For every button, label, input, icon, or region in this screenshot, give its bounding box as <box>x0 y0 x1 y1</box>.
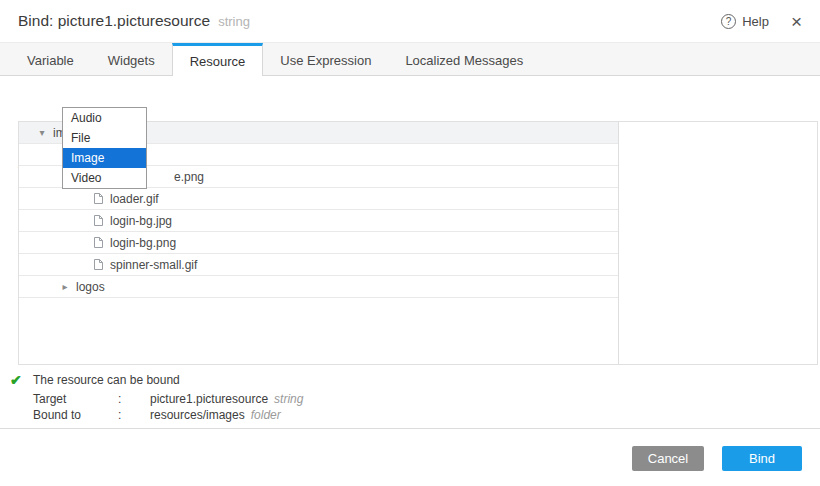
bind-dialog: Bind: picture1.picturesource string ? He… <box>0 0 820 486</box>
tree-row-label: e.png <box>174 170 204 184</box>
dialog-title-type-hint: string <box>218 14 250 29</box>
dropdown-option-audio[interactable]: Audio <box>63 108 146 128</box>
tab-resource[interactable]: Resource <box>172 43 264 76</box>
bound-to-value: resources/images <box>150 408 245 422</box>
bound-to-type: folder <box>251 408 281 422</box>
tree-row-label: spinner-small.gif <box>110 258 197 272</box>
tab-use-expression[interactable]: Use Expression <box>263 43 388 75</box>
check-icon: ✔ <box>10 372 33 388</box>
status-message: The resource can be bound <box>33 373 180 387</box>
tree-row-logos-folder[interactable]: ▸ logos <box>19 276 618 298</box>
dropdown-option-file[interactable]: File <box>63 128 146 148</box>
caret-right-icon[interactable]: ▸ <box>59 281 71 292</box>
tab-localized-messages[interactable]: Localized Messages <box>388 43 540 75</box>
help-icon: ? <box>721 14 736 29</box>
tree-row-login-bg-jpg[interactable]: login-bg.jpg <box>19 210 618 232</box>
help-label: Help <box>742 14 769 29</box>
tree-row-label: logos <box>76 280 105 294</box>
tree-row-spinner-small-gif[interactable]: spinner-small.gif <box>19 254 618 276</box>
bind-status: ✔ The resource can be bound Target : pic… <box>10 372 303 423</box>
file-icon <box>93 214 104 227</box>
dropdown-option-image[interactable]: Image <box>63 148 146 168</box>
resource-preview-pane <box>619 122 817 364</box>
close-icon[interactable]: × <box>791 12 802 31</box>
dropdown-option-video[interactable]: Video <box>63 168 146 188</box>
file-icon <box>93 236 104 249</box>
tab-variable[interactable]: Variable <box>10 43 91 75</box>
tree-row-label: loader.gif <box>110 192 159 206</box>
target-type: string <box>274 392 303 406</box>
tree-row-label: login-bg.png <box>110 236 176 250</box>
help-button[interactable]: ? Help <box>721 14 769 29</box>
footer-divider <box>0 428 820 429</box>
bound-to-label: Bound to <box>33 408 118 422</box>
tab-widgets[interactable]: Widgets <box>91 43 172 75</box>
tree-row-loader-gif[interactable]: loader.gif <box>19 188 618 210</box>
file-icon <box>93 258 104 271</box>
tree-row-label: login-bg.jpg <box>110 214 172 228</box>
dialog-title: Bind: picture1.picturesource <box>18 12 210 30</box>
target-value: picture1.picturesource <box>150 392 268 406</box>
caret-down-icon[interactable]: ▾ <box>36 127 48 138</box>
cancel-button[interactable]: Cancel <box>632 446 704 471</box>
file-icon <box>93 192 104 205</box>
tab-strip: Variable Widgets Resource Use Expression… <box>0 42 820 76</box>
title-bar: Bind: picture1.picturesource string ? He… <box>0 0 820 42</box>
tree-row-login-bg-png[interactable]: login-bg.png <box>19 232 618 254</box>
type-dropdown-list: Audio File Image Video <box>62 107 147 189</box>
bind-button[interactable]: Bind <box>722 446 802 471</box>
target-label: Target <box>33 392 118 406</box>
